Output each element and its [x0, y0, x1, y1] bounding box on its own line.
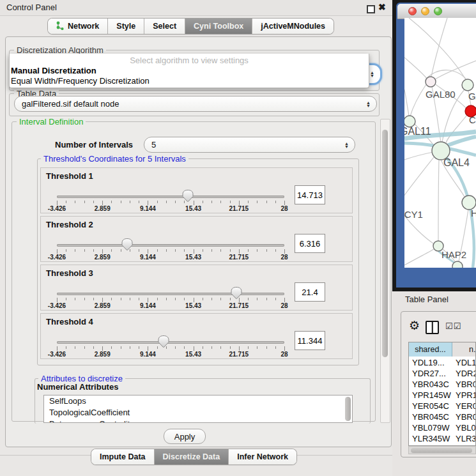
list-scrollbar-thumb[interactable] [345, 397, 351, 421]
slider-handle[interactable] [230, 286, 243, 300]
threshold-panel-4: Threshold 4-3.4262.8599.14415.4321.71528… [40, 313, 353, 359]
tab-discretize-data[interactable]: Discretize Data [155, 449, 229, 464]
slider-tick [66, 249, 66, 252]
node-label: GCY1 [404, 209, 423, 220]
combo-arrows-icon: ▲▼ [370, 71, 374, 77]
screen: Control Panel ✖ NetworkStyleSelectCyni T… [0, 0, 476, 476]
minimize-traffic-light-icon[interactable] [421, 7, 429, 15]
slider-tick [130, 201, 130, 203]
threshold-value-field[interactable]: 6.316 [295, 234, 325, 253]
table-cell-name[interactable]: YPR1 [456, 390, 476, 400]
slider-tick [239, 201, 240, 205]
float-window-icon[interactable] [367, 5, 375, 13]
tab-select[interactable]: Select [144, 19, 185, 34]
slider-tick [148, 346, 148, 351]
slider-tick [166, 201, 167, 203]
slider-tick [130, 346, 130, 349]
column-checkboxes-icon[interactable]: ☑☑ [445, 321, 461, 331]
tab-infer-network[interactable]: Infer Network [229, 449, 296, 464]
table-cell-shared-name[interactable]: YBL079W [412, 423, 450, 433]
tab-label: Impute Data [100, 452, 146, 461]
slider-tick-label: 9.144 [140, 351, 156, 358]
gear-icon[interactable]: ⚙ [409, 319, 420, 333]
slider-tick-label: 9.144 [140, 254, 156, 261]
slider-tick [194, 249, 194, 254]
close-icon[interactable]: ✖ [378, 2, 386, 12]
slider-handle[interactable] [181, 189, 194, 203]
node-label: C [469, 114, 476, 125]
slider-tick [284, 201, 285, 205]
tab-style[interactable]: Style [108, 19, 144, 34]
table-data-combobox[interactable]: galFiltered.sif default node ▲▼ [14, 96, 377, 112]
attribute-list-item[interactable]: TopologicalCoefficient [44, 407, 352, 418]
popup-option-equal-width[interactable]: Equal Width/Frequency Discretization [11, 76, 150, 86]
table-cell-shared-name[interactable]: YER054C [412, 401, 449, 411]
table-cell-name[interactable]: YDL1 [456, 358, 476, 367]
numerical-attributes-list[interactable]: SelfLoopsTopologicalCoefficientBetweenne… [43, 395, 353, 423]
slider-tick [66, 298, 66, 300]
slider-handle[interactable] [157, 335, 170, 348]
threshold-value-field[interactable]: 11.344 [295, 331, 325, 350]
table-cell-name[interactable]: YER0 [456, 401, 476, 411]
table-cell-shared-name[interactable]: YDL19... [412, 358, 445, 367]
attribute-list-item[interactable]: SelfLoops [44, 395, 352, 407]
network-window-titlebar[interactable] [397, 4, 476, 19]
algorithm-dropdown-popup: Select algorithm to view settings Manual… [9, 54, 369, 88]
slider-tick [111, 346, 112, 349]
slider-tick-label: 28 [280, 205, 288, 212]
threshold-value-field[interactable]: 21.4 [295, 282, 325, 302]
slider-tick [248, 201, 249, 203]
attribute-list-item[interactable]: BetweennessCentrality [44, 418, 352, 423]
slider-tick [275, 249, 276, 252]
network-node[interactable] [462, 79, 473, 91]
slider-tick [93, 346, 94, 349]
table-cell-shared-name[interactable]: YBR043C [412, 380, 449, 389]
slider-tick-label: 2.859 [95, 351, 111, 358]
tab-cyni-toolbox[interactable]: Cyni Toolbox [185, 19, 252, 34]
table-cell-name[interactable]: YLR3 [456, 434, 476, 443]
slider-tick [220, 249, 221, 252]
slider-tick-label: -3.426 [48, 302, 66, 309]
table-cell-name[interactable]: YBR0 [456, 380, 476, 389]
popup-option-manual[interactable]: Manual Discretization [11, 66, 96, 75]
panel-scrollbar-track[interactable] [380, 119, 390, 423]
table-hscrollbar-track[interactable] [408, 446, 476, 454]
table-cell-shared-name[interactable]: YLR345W [412, 434, 450, 443]
threshold-panel-2: Threshold 2-3.4262.8599.14415.4321.71528… [40, 216, 353, 262]
table-cell-name[interactable]: YBR0 [456, 412, 476, 422]
tab-jactivemnodules[interactable]: jActiveMNodules [252, 19, 334, 34]
slider-tick [75, 298, 75, 300]
slider-tick [239, 346, 240, 351]
node-attribute-table[interactable]: shared...n...YDL19...YDL1YDR27...YDR2YBR… [408, 342, 476, 446]
slider-tick [194, 346, 194, 351]
table-hscrollbar-thumb[interactable] [411, 448, 472, 453]
tab-network[interactable]: Network [48, 19, 108, 34]
zoom-traffic-light-icon[interactable] [434, 7, 442, 15]
tab-impute-data[interactable]: Impute Data [91, 449, 155, 464]
slider-tick-label: 21.715 [229, 254, 249, 261]
network-canvas[interactable]: GAL80GACGAL11GAL4GCY1HHAP2 [404, 18, 476, 268]
slider-tick [57, 346, 58, 351]
threshold-value-field[interactable]: 14.713 [295, 185, 325, 204]
apply-button[interactable]: Apply [164, 429, 206, 444]
network-node[interactable] [426, 77, 436, 87]
table-cell-shared-name[interactable]: YDR27... [412, 369, 446, 378]
number-of-intervals-combobox[interactable]: 5 ▲▼ [144, 137, 355, 153]
slider-track[interactable] [57, 293, 284, 295]
slider-tick [157, 201, 158, 203]
slider-track[interactable] [57, 341, 284, 344]
column-header-name[interactable]: n... [452, 342, 476, 357]
slider-handle[interactable] [121, 238, 134, 251]
table-cell-name[interactable]: YDR2 [456, 369, 476, 378]
table-cell-name[interactable]: YBL0 [456, 423, 476, 433]
table-panel-title: Table Panel [405, 295, 449, 304]
split-columns-icon[interactable] [426, 321, 439, 334]
column-header-shared-name[interactable]: shared... [409, 342, 452, 357]
panel-scrollbar-thumb[interactable] [382, 130, 388, 357]
network-node[interactable] [452, 261, 463, 268]
close-traffic-light-icon[interactable] [408, 7, 417, 15]
slider-track[interactable] [57, 196, 284, 198]
table-cell-shared-name[interactable]: YPR145W [412, 390, 451, 400]
slider-track[interactable] [57, 244, 284, 247]
table-cell-shared-name[interactable]: YBR045C [412, 412, 449, 422]
